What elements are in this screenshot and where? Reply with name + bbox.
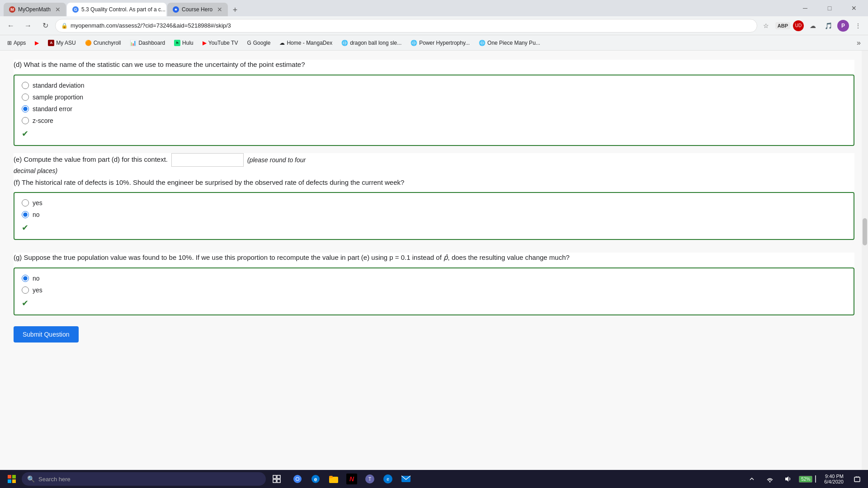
bookmark-home-mangadex[interactable]: ☁ Home - MangaDex: [276, 38, 336, 48]
tab-course-hero[interactable]: ★ Course Hero ✕: [167, 3, 228, 16]
refresh-button[interactable]: ↻: [38, 19, 52, 33]
bookmark-youtubetv-label: YouTube TV: [208, 40, 238, 46]
scrollbar-thumb[interactable]: [863, 218, 867, 245]
task-view-button[interactable]: [269, 472, 284, 486]
label-d-standard-deviation: standard deviation: [33, 82, 84, 89]
tab-close-3[interactable]: ✕: [217, 6, 222, 13]
option-f-no[interactable]: no: [22, 211, 846, 218]
tray-caret-up[interactable]: [745, 472, 759, 486]
option-d-sample-proportion[interactable]: sample proportion: [22, 94, 846, 101]
clock[interactable]: 9:40 PM 6/4/2020: [821, 474, 846, 484]
bookmark-power[interactable]: 🌐 Power Hypertrophy...: [407, 38, 473, 48]
start-button[interactable]: [4, 471, 20, 487]
tab-favicon-1: M: [9, 6, 15, 13]
minimize-button[interactable]: ─: [795, 1, 816, 15]
dragonball-icon: 🌐: [341, 40, 348, 46]
taskbar-file-explorer[interactable]: [326, 471, 342, 487]
taskbar-edge2[interactable]: e: [380, 471, 396, 487]
onepiece-icon: 🌐: [479, 40, 486, 46]
taskbar-search[interactable]: 🔍: [22, 472, 266, 486]
network-icon[interactable]: [763, 472, 777, 486]
scrollbar-track[interactable]: [862, 51, 868, 470]
bookmark-youtubetv[interactable]: ▶ YouTube TV: [199, 38, 242, 48]
search-input[interactable]: [38, 476, 260, 483]
option-g-yes[interactable]: yes: [22, 286, 846, 294]
maximize-button[interactable]: □: [819, 1, 840, 15]
label-g-no: no: [33, 275, 40, 282]
back-button[interactable]: ←: [4, 19, 18, 33]
label-d-z-score: z-score: [33, 117, 53, 124]
bookmark-star-button[interactable]: ☆: [760, 19, 773, 32]
radio-f-no[interactable]: [22, 211, 29, 218]
close-button[interactable]: ✕: [844, 1, 864, 15]
nav-right: ☆ ABP UD ☁ 🎵 P ⋮: [760, 19, 864, 32]
taskbar-edge[interactable]: e: [307, 471, 324, 487]
label-f-no: no: [33, 211, 40, 218]
bookmark-google[interactable]: G Google: [243, 38, 274, 48]
tab-myopenmath[interactable]: M MyOpenMath ✕: [4, 3, 66, 16]
bookmark-dragonball[interactable]: 🌐 dragon ball long sle...: [338, 38, 405, 48]
question-e-input[interactable]: [171, 153, 244, 167]
radio-d-sample-proportion[interactable]: [22, 94, 29, 101]
option-d-z-score[interactable]: z-score: [22, 117, 846, 124]
bookmark-onepiece-label: One Piece Many Pu...: [487, 40, 540, 46]
bookmark-crunchyroll[interactable]: 🟠 Crunchyroll: [81, 38, 125, 48]
new-tab-button[interactable]: +: [229, 4, 241, 16]
address-bar[interactable]: 🔒 myopenmath.com/assess2/?cid=73246&aid=…: [55, 19, 757, 33]
battery-area[interactable]: 52%: [799, 475, 818, 483]
tab-close-1[interactable]: ✕: [55, 6, 61, 13]
bookmark-dashboard[interactable]: 📊 Dashboard: [126, 38, 169, 48]
label-g-yes: yes: [33, 286, 42, 294]
more-bookmarks-button[interactable]: »: [853, 37, 864, 49]
option-f-yes[interactable]: yes: [22, 199, 846, 206]
crunchyroll-icon: 🟠: [85, 40, 92, 46]
option-d-standard-deviation[interactable]: standard deviation: [22, 82, 846, 89]
radio-f-yes[interactable]: [22, 199, 29, 206]
myasu-icon: A: [48, 40, 54, 46]
question-e-text-before: (e) Compute the value from part (d) for …: [14, 155, 168, 165]
profile-button[interactable]: P: [837, 20, 849, 32]
bookmark-youtube[interactable]: ▶: [31, 38, 42, 48]
question-d-answer-box: standard deviation sample proportion sta…: [14, 75, 854, 146]
option-d-standard-error[interactable]: standard error: [22, 105, 846, 113]
abp-badge[interactable]: ABP: [775, 22, 790, 29]
youtube-icon: ▶: [35, 40, 39, 46]
question-d-text: (d) What is the name of the statistic ca…: [14, 60, 854, 70]
task-view-icon: [273, 475, 281, 483]
taskbar-netflix[interactable]: N: [344, 471, 360, 487]
menu-button[interactable]: ⋮: [852, 19, 864, 32]
window-controls: ─ □ ✕: [795, 1, 864, 15]
caret-up-icon: [750, 477, 754, 481]
radio-d-standard-error[interactable]: [22, 105, 29, 113]
radio-g-no[interactable]: [22, 275, 29, 282]
taskbar-teams[interactable]: T: [362, 471, 378, 487]
radio-d-z-score[interactable]: [22, 117, 29, 124]
tab-favicon-3: ★: [173, 6, 179, 13]
mangadex-icon: ☁: [279, 40, 285, 46]
checkmark-d: ✔: [22, 129, 846, 139]
cloud-sync-button[interactable]: ☁: [807, 19, 819, 32]
taskbar-mail[interactable]: [398, 471, 414, 487]
bookmark-onepiece[interactable]: 🌐 One Piece Many Pu...: [475, 38, 544, 48]
cast-button[interactable]: 🎵: [822, 19, 835, 32]
clock-time: 9:40 PM: [825, 474, 844, 479]
taskbar-chrome[interactable]: [289, 471, 306, 487]
bookmark-hulu[interactable]: h Hulu: [170, 38, 197, 48]
bookmark-apps[interactable]: ⊞ Apps: [4, 38, 29, 48]
tab-quality-control[interactable]: G 5.3 Quality Control. As part of a c...…: [67, 3, 166, 16]
mail-icon: [401, 474, 411, 484]
svg-rect-3: [12, 479, 16, 483]
option-g-no[interactable]: no: [22, 275, 846, 282]
notifications-button[interactable]: [850, 472, 864, 486]
bookmark-myasu[interactable]: A My ASU: [44, 38, 79, 48]
radio-g-yes[interactable]: [22, 286, 29, 294]
battery-indicator: 52%: [799, 476, 812, 483]
uo-badge[interactable]: UD: [793, 20, 804, 31]
chrome-icon: [293, 474, 302, 483]
svg-text:T: T: [368, 477, 371, 482]
forward-button[interactable]: →: [21, 19, 35, 33]
question-e-section: (e) Compute the value from part (d) for …: [14, 153, 854, 240]
submit-question-button[interactable]: Submit Question: [14, 326, 79, 343]
radio-d-standard-deviation[interactable]: [22, 82, 29, 89]
volume-icon[interactable]: [781, 472, 795, 486]
